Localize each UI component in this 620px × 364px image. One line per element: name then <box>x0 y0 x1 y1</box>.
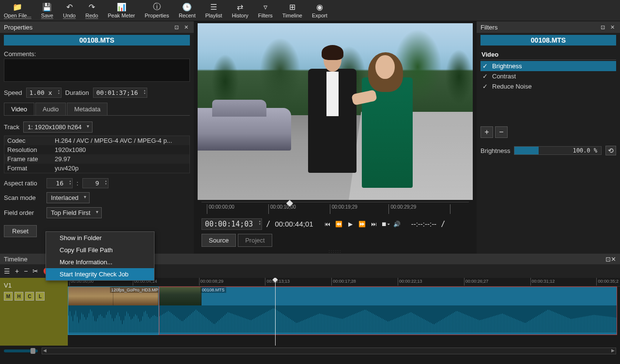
close-icon[interactable]: ✕ <box>611 256 616 263</box>
filter-brightness[interactable]: ✓Brightness <box>480 61 616 71</box>
drag-handle-icon[interactable]: :::::: <box>196 249 475 254</box>
tab-project[interactable]: Project <box>238 234 272 247</box>
aspect-w-spinner[interactable]: 16 <box>46 178 73 188</box>
export-button[interactable]: ◉Export <box>312 3 327 18</box>
clip-name-banner: 00108.MTS <box>4 35 190 46</box>
main-toolbar: 📁Open File... 💾Save ↶Undo ↷Redo 📊Peak Me… <box>0 0 620 21</box>
filters-button[interactable]: ▿Filters <box>258 3 273 18</box>
reset-param-icon[interactable]: ⟲ <box>605 146 616 155</box>
field-label: Field order <box>4 209 43 216</box>
stop-icon[interactable]: ⏹▾ <box>381 220 390 228</box>
duration-spinner[interactable]: 00:01:37;16 <box>93 88 147 98</box>
reset-button[interactable]: Reset <box>4 225 37 237</box>
timeline-clip-1[interactable]: 120fps_GoPro_HD3.MP4 <box>68 287 159 335</box>
remove-icon[interactable]: − <box>24 267 28 275</box>
filters-title: Filters <box>480 24 597 31</box>
format-value: yuv420p <box>55 165 186 172</box>
video-info-table: CodecH.264 / AVC / MPEG-4 AVC / MPEG-4 p… <box>4 136 190 173</box>
rewind-icon[interactable]: ⏪ <box>335 220 343 228</box>
remove-filter-button[interactable]: − <box>495 126 508 138</box>
framerate-value: 29.97 <box>55 155 186 163</box>
peak-meter-button[interactable]: 📊Peak Meter <box>108 3 135 18</box>
playlist-button[interactable]: ☰Playlist <box>205 3 222 18</box>
add-icon[interactable]: + <box>15 267 19 275</box>
hide-toggle[interactable]: H <box>15 292 23 301</box>
tab-video[interactable]: Video <box>4 103 34 115</box>
remaining-timecode: --:--:--:-- / <box>411 220 446 228</box>
menu-icon[interactable]: ☰ <box>4 267 10 275</box>
menu-copy-path[interactable]: Copy Full File Path <box>46 244 154 256</box>
redo-button[interactable]: ↷Redo <box>85 3 98 18</box>
menu-integrity-check[interactable]: Start Integrity Check Job <box>46 268 154 280</box>
transport-bar: 00:00:14;03 / 00:00:44;01 ⏮ ⏪ ▶ ⏩ ⏭ ⏹▾ 🔊… <box>196 216 475 232</box>
clip-label: 120fps_GoPro_HD3.MP4 <box>110 287 159 293</box>
skip-end-icon[interactable]: ⏭ <box>370 220 378 228</box>
clip-label: 00108.MTS <box>201 287 226 293</box>
check-icon: ✓ <box>482 73 488 80</box>
properties-tabs: Video Audio Metadata <box>4 103 190 116</box>
detach-icon[interactable]: ⊡ <box>599 23 606 31</box>
recent-button[interactable]: 🕒Recent <box>179 3 196 18</box>
codec-label: Codec <box>7 137 55 144</box>
properties-title: Properties <box>4 24 170 31</box>
undo-button[interactable]: ↶Undo <box>63 3 76 18</box>
save-button[interactable]: 💾Save <box>41 3 53 18</box>
list-icon: ☰ <box>210 3 217 12</box>
comments-input[interactable] <box>4 59 190 82</box>
video-preview[interactable] <box>198 23 473 200</box>
zoom-slider[interactable] <box>4 349 38 352</box>
redo-icon: ↷ <box>89 3 95 12</box>
close-icon[interactable]: ✕ <box>182 23 190 31</box>
filter-reduce-noise[interactable]: ✓Reduce Noise <box>480 81 616 91</box>
funnel-icon: ▿ <box>264 3 267 12</box>
speed-spinner[interactable]: 1.00 x <box>26 88 62 98</box>
check-icon: ✓ <box>482 83 488 90</box>
mute-toggle[interactable]: M <box>4 292 13 301</box>
preview-ruler[interactable]: 00:00:00;00 00:00:10;00 00:00:19;29 00:0… <box>202 202 469 216</box>
codec-value: H.264 / AVC / MPEG-4 AVC / MPEG-4 p... <box>55 137 186 144</box>
timeline-track-area[interactable]: 00:00:00;00 00:00:04;14 00:00:08;29 00:0… <box>68 278 620 346</box>
track-header: V1 M H C L <box>0 278 68 346</box>
current-timecode[interactable]: 00:00:14;03 <box>202 218 262 230</box>
open-file-button[interactable]: 📁Open File... <box>4 3 31 18</box>
history-button[interactable]: ⇄History <box>232 3 248 18</box>
skip-start-icon[interactable]: ⏮ <box>323 220 332 228</box>
lock-toggle[interactable]: L <box>36 292 45 301</box>
timeline-button[interactable]: ⊞Timeline <box>282 3 302 18</box>
speed-label: Speed <box>4 89 22 96</box>
timeline-clip-2[interactable]: 00108.MTS <box>159 287 617 335</box>
aspect-h-spinner[interactable]: 9 <box>82 178 108 188</box>
aspect-label: Aspect ratio <box>4 180 43 187</box>
volume-icon[interactable]: 🔊 <box>393 220 402 228</box>
forward-icon[interactable]: ⏩ <box>358 220 367 228</box>
track-dropdown[interactable]: 1: 1920x1080 h264 <box>23 121 93 133</box>
brightness-slider[interactable]: 100.0 % <box>514 146 602 155</box>
split-icon[interactable]: ✂ <box>32 267 38 275</box>
field-dropdown[interactable]: Top Field First <box>46 207 102 218</box>
timeline-playhead[interactable] <box>275 278 276 346</box>
export-icon: ◉ <box>316 3 323 12</box>
filter-contrast[interactable]: ✓Contrast <box>480 71 616 81</box>
properties-button[interactable]: ⓘProperties <box>145 3 169 18</box>
framerate-label: Frame rate <box>7 155 55 163</box>
filter-clip-name: 00108.MTS <box>480 35 616 46</box>
timeline-scrollbar[interactable] <box>42 348 616 354</box>
undo-icon: ↶ <box>66 3 73 12</box>
compose-toggle[interactable]: C <box>25 292 34 301</box>
close-icon[interactable]: ✕ <box>608 23 616 31</box>
tab-audio[interactable]: Audio <box>35 103 66 115</box>
track-label: Track <box>4 123 19 131</box>
detach-icon[interactable]: ⊡ <box>605 256 611 263</box>
history-icon: ⇄ <box>237 3 243 12</box>
detach-icon[interactable]: ⊡ <box>172 23 180 31</box>
menu-show-in-folder[interactable]: Show in Folder <box>46 232 154 244</box>
scan-dropdown[interactable]: Interlaced <box>46 192 90 203</box>
menu-more-info[interactable]: More Information... <box>46 256 154 268</box>
tab-metadata[interactable]: Metadata <box>67 103 108 115</box>
tab-source[interactable]: Source <box>202 234 236 247</box>
play-icon[interactable]: ▶ <box>346 220 355 228</box>
filters-panel: Filters ⊡ ✕ 00108.MTS Video ✓Brightness … <box>477 21 620 254</box>
add-filter-button[interactable]: + <box>480 126 493 138</box>
check-icon: ✓ <box>482 62 488 70</box>
properties-panel: Properties ⊡ ✕ 00108.MTS Comments: Speed… <box>0 21 194 254</box>
